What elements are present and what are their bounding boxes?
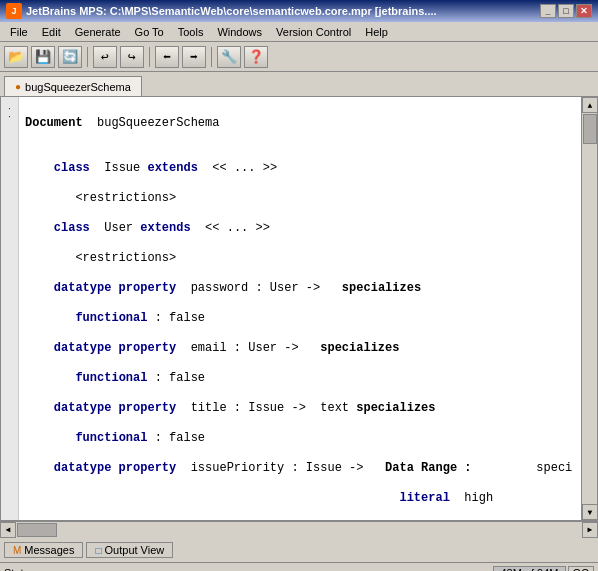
code-line: <restrictions> <box>25 191 575 206</box>
code-line: functional : false <box>25 311 575 326</box>
menu-vcs[interactable]: Version Control <box>270 25 357 39</box>
menu-bar: File Edit Generate Go To Tools Windows V… <box>0 22 598 42</box>
tab-bugSqueezerSchema[interactable]: ● bugSqueezerSchema <box>4 76 142 96</box>
tab-output-label: Output View <box>105 544 165 556</box>
gutter-marker: · <box>6 101 14 109</box>
vertical-scrollbar[interactable]: ▲ ▼ <box>581 97 597 520</box>
maximize-button[interactable]: □ <box>558 4 574 18</box>
code-line: datatype property password : User -> spe… <box>25 281 575 296</box>
scroll-down-button[interactable]: ▼ <box>582 504 598 520</box>
settings-button[interactable]: 🔧 <box>217 46 241 68</box>
menu-goto[interactable]: Go To <box>129 25 170 39</box>
scroll-thumb[interactable] <box>583 114 597 144</box>
scroll-h-thumb[interactable] <box>17 523 57 537</box>
sync-button[interactable]: 🔄 <box>58 46 82 68</box>
forward-button[interactable]: ➡ <box>182 46 206 68</box>
menu-generate[interactable]: Generate <box>69 25 127 39</box>
code-line: class Issue extends << ... >> <box>25 161 575 176</box>
status-text: Status <box>4 567 35 572</box>
toolbar-separator-3 <box>211 47 212 67</box>
code-line-title: datatype property title : Issue -> text … <box>25 401 575 416</box>
app-icon: J <box>6 3 22 19</box>
title-bar-controls[interactable]: _ □ ✕ <box>540 4 592 18</box>
tab-messages[interactable]: M Messages <box>4 542 83 558</box>
line-gutter: · · <box>1 97 19 520</box>
menu-help[interactable]: Help <box>359 25 394 39</box>
gc-button[interactable]: GC <box>568 566 595 572</box>
tab-messages-label: Messages <box>24 544 74 556</box>
scroll-up-button[interactable]: ▲ <box>582 97 598 113</box>
bottom-tab-bar: M Messages □ Output View <box>0 537 598 562</box>
output-icon: □ <box>95 545 101 556</box>
code-line: <restrictions> <box>25 251 575 266</box>
status-bar: Status 43M of 94M GC <box>0 562 598 571</box>
memory-indicator[interactable]: 43M of 94M <box>493 566 565 572</box>
menu-file[interactable]: File <box>4 25 34 39</box>
doc-header: Document bugSqueezerSchema <box>25 116 575 131</box>
code-line: datatype property issuePriority : Issue … <box>25 461 575 476</box>
gutter-marker: · <box>6 109 14 117</box>
minimize-button[interactable]: _ <box>540 4 556 18</box>
close-button[interactable]: ✕ <box>576 4 592 18</box>
tab-bar: ● bugSqueezerSchema <box>0 72 598 96</box>
title-bar: J JetBrains MPS: C:\MPS\SemanticWeb\core… <box>0 0 598 22</box>
undo-button[interactable]: ↩ <box>93 46 117 68</box>
code-line: functional : false <box>25 371 575 386</box>
back-button[interactable]: ⬅ <box>155 46 179 68</box>
save-button[interactable]: 💾 <box>31 46 55 68</box>
tab-output-view[interactable]: □ Output View <box>86 542 173 558</box>
redo-button[interactable]: ↪ <box>120 46 144 68</box>
open-button[interactable]: 📂 <box>4 46 28 68</box>
help-button[interactable]: ❓ <box>244 46 268 68</box>
code-line: datatype property email : User -> specia… <box>25 341 575 356</box>
status-right: 43M of 94M GC <box>493 566 594 572</box>
scroll-left-button[interactable]: ◀ <box>0 522 16 538</box>
code-line: functional : false <box>25 431 575 446</box>
toolbar-separator-1 <box>87 47 88 67</box>
horizontal-scrollbar[interactable]: ◀ ▶ <box>0 521 598 537</box>
tab-icon: ● <box>15 81 21 92</box>
title-bar-left: J JetBrains MPS: C:\MPS\SemanticWeb\core… <box>6 3 437 19</box>
tab-label: bugSqueezerSchema <box>25 81 131 93</box>
messages-icon: M <box>13 545 21 556</box>
menu-tools[interactable]: Tools <box>172 25 210 39</box>
scroll-right-button[interactable]: ▶ <box>582 522 598 538</box>
toolbar-separator-2 <box>149 47 150 67</box>
code-line: class User extends << ... >> <box>25 221 575 236</box>
code-line: literal high <box>25 491 575 506</box>
title-bar-text: JetBrains MPS: C:\MPS\SemanticWeb\core\s… <box>26 5 437 17</box>
editor-content[interactable]: Document bugSqueezerSchema class Issue e… <box>19 97 581 520</box>
scroll-track <box>16 522 582 538</box>
menu-edit[interactable]: Edit <box>36 25 67 39</box>
menu-windows[interactable]: Windows <box>211 25 268 39</box>
toolbar: 📂 💾 🔄 ↩ ↪ ⬅ ➡ 🔧 ❓ <box>0 42 598 72</box>
editor-area: · · Document bugSqueezerSchema class Iss… <box>0 96 598 521</box>
